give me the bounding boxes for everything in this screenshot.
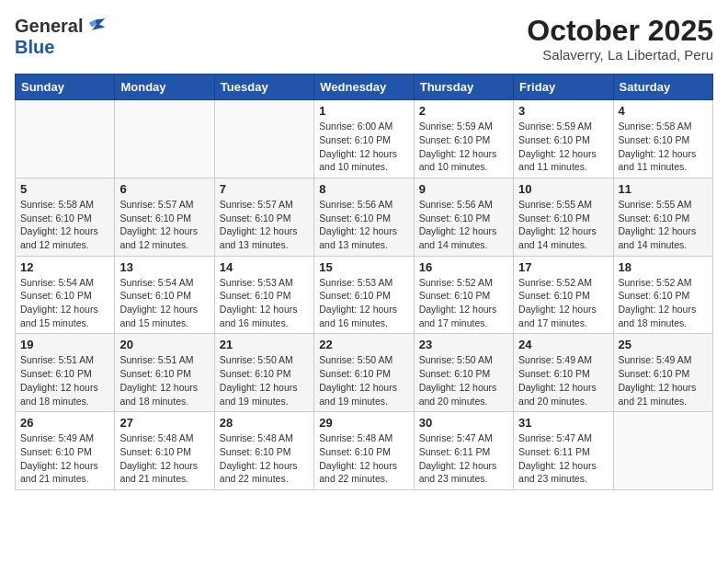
- day-number: 22: [319, 338, 408, 351]
- calendar-week-row: 12Sunrise: 5:54 AMSunset: 6:10 PMDayligh…: [16, 256, 713, 334]
- day-info: Sunrise: 5:51 AMSunset: 6:10 PMDaylight:…: [20, 353, 109, 408]
- calendar-day-cell: 21Sunrise: 5:50 AMSunset: 6:10 PMDayligh…: [214, 334, 313, 412]
- calendar-table: SundayMondayTuesdayWednesdayThursdayFrid…: [15, 74, 713, 490]
- day-number: 13: [119, 260, 209, 274]
- calendar-day-cell: 31Sunrise: 5:47 AMSunset: 6:11 PMDayligh…: [514, 412, 613, 490]
- calendar-day-cell: 14Sunrise: 5:53 AMSunset: 6:10 PMDayligh…: [214, 256, 313, 334]
- logo: General Blue: [15, 15, 107, 58]
- day-number: 12: [20, 260, 109, 274]
- calendar-day-cell: 1Sunrise: 6:00 AMSunset: 6:10 PMDaylight…: [314, 100, 414, 178]
- day-number: 6: [119, 182, 209, 196]
- day-info: Sunrise: 5:50 AMSunset: 6:10 PMDaylight:…: [220, 353, 309, 408]
- day-info: Sunrise: 5:49 AMSunset: 6:10 PMDaylight:…: [20, 431, 109, 486]
- day-number: 1: [319, 104, 408, 118]
- logo-bird-icon: [85, 15, 107, 37]
- day-info: Sunrise: 5:57 AMSunset: 6:10 PMDaylight:…: [220, 198, 309, 252]
- calendar-day-cell: 17Sunrise: 5:52 AMSunset: 6:10 PMDayligh…: [514, 256, 613, 334]
- calendar-day-cell: [16, 100, 115, 178]
- calendar-day-cell: [115, 100, 214, 178]
- day-info: Sunrise: 5:55 AMSunset: 6:10 PMDaylight:…: [619, 198, 708, 252]
- calendar-day-header: Tuesday: [214, 75, 313, 100]
- day-number: 10: [518, 182, 608, 196]
- day-info: Sunrise: 5:48 AMSunset: 6:10 PMDaylight:…: [220, 431, 309, 486]
- calendar-week-row: 1Sunrise: 6:00 AMSunset: 6:10 PMDaylight…: [16, 100, 713, 178]
- calendar-day-cell: 10Sunrise: 5:55 AMSunset: 6:10 PMDayligh…: [514, 178, 613, 256]
- day-info: Sunrise: 5:53 AMSunset: 6:10 PMDaylight:…: [220, 276, 309, 330]
- calendar-day-cell: 4Sunrise: 5:58 AMSunset: 6:10 PMDaylight…: [613, 100, 712, 178]
- day-info: Sunrise: 5:54 AMSunset: 6:10 PMDaylight:…: [20, 276, 109, 330]
- calendar-day-header: Sunday: [16, 75, 115, 100]
- calendar-day-cell: 3Sunrise: 5:59 AMSunset: 6:10 PMDaylight…: [514, 100, 613, 178]
- day-info: Sunrise: 5:54 AMSunset: 6:10 PMDaylight:…: [119, 276, 209, 330]
- day-number: 14: [220, 260, 309, 274]
- day-number: 17: [518, 260, 608, 274]
- calendar-day-cell: 12Sunrise: 5:54 AMSunset: 6:10 PMDayligh…: [16, 256, 115, 334]
- day-info: Sunrise: 5:58 AMSunset: 6:10 PMDaylight:…: [20, 198, 109, 252]
- calendar-day-cell: 15Sunrise: 5:53 AMSunset: 6:10 PMDayligh…: [314, 256, 414, 334]
- calendar-week-row: 26Sunrise: 5:49 AMSunset: 6:10 PMDayligh…: [16, 412, 713, 490]
- calendar-day-cell: 7Sunrise: 5:57 AMSunset: 6:10 PMDaylight…: [214, 178, 313, 256]
- day-info: Sunrise: 5:48 AMSunset: 6:10 PMDaylight:…: [119, 431, 209, 486]
- calendar-day-cell: 22Sunrise: 5:50 AMSunset: 6:10 PMDayligh…: [314, 334, 414, 412]
- day-info: Sunrise: 5:55 AMSunset: 6:10 PMDaylight:…: [518, 198, 608, 252]
- day-info: Sunrise: 5:56 AMSunset: 6:10 PMDaylight:…: [419, 198, 508, 252]
- day-number: 3: [518, 104, 608, 118]
- calendar-day-cell: [214, 100, 313, 178]
- calendar-week-row: 5Sunrise: 5:58 AMSunset: 6:10 PMDaylight…: [16, 178, 713, 256]
- calendar-day-cell: 24Sunrise: 5:49 AMSunset: 6:10 PMDayligh…: [514, 334, 613, 412]
- logo-blue-text: Blue: [15, 37, 54, 57]
- calendar-day-cell: 29Sunrise: 5:48 AMSunset: 6:10 PMDayligh…: [314, 412, 414, 490]
- day-number: 26: [20, 416, 109, 430]
- calendar-day-cell: 19Sunrise: 5:51 AMSunset: 6:10 PMDayligh…: [16, 334, 115, 412]
- month-title: October 2025: [527, 15, 713, 47]
- calendar-day-cell: 16Sunrise: 5:52 AMSunset: 6:10 PMDayligh…: [414, 256, 513, 334]
- day-info: Sunrise: 5:47 AMSunset: 6:11 PMDaylight:…: [419, 431, 508, 486]
- day-number: 30: [419, 416, 508, 430]
- day-info: Sunrise: 5:49 AMSunset: 6:10 PMDaylight:…: [619, 353, 708, 408]
- calendar-day-cell: 5Sunrise: 5:58 AMSunset: 6:10 PMDaylight…: [16, 178, 115, 256]
- day-info: Sunrise: 5:59 AMSunset: 6:10 PMDaylight:…: [419, 120, 508, 174]
- day-info: Sunrise: 5:48 AMSunset: 6:10 PMDaylight:…: [319, 431, 408, 486]
- calendar-day-cell: 18Sunrise: 5:52 AMSunset: 6:10 PMDayligh…: [613, 256, 712, 334]
- day-number: 7: [220, 182, 309, 196]
- day-number: 23: [419, 338, 508, 351]
- day-number: 31: [518, 416, 608, 430]
- calendar-day-header: Wednesday: [314, 75, 414, 100]
- calendar-day-cell: 13Sunrise: 5:54 AMSunset: 6:10 PMDayligh…: [115, 256, 214, 334]
- calendar-day-header: Saturday: [613, 75, 712, 100]
- day-number: 8: [319, 182, 408, 196]
- calendar-day-header: Thursday: [414, 75, 513, 100]
- calendar-day-cell: [613, 412, 712, 490]
- day-info: Sunrise: 5:56 AMSunset: 6:10 PMDaylight:…: [319, 198, 408, 252]
- day-number: 28: [220, 416, 309, 430]
- calendar-day-cell: 30Sunrise: 5:47 AMSunset: 6:11 PMDayligh…: [414, 412, 513, 490]
- day-number: 29: [319, 416, 408, 430]
- day-number: 5: [20, 182, 109, 196]
- calendar-day-cell: 23Sunrise: 5:50 AMSunset: 6:10 PMDayligh…: [414, 334, 513, 412]
- calendar-day-cell: 9Sunrise: 5:56 AMSunset: 6:10 PMDaylight…: [414, 178, 513, 256]
- day-number: 9: [419, 182, 508, 196]
- day-number: 4: [619, 104, 708, 118]
- calendar-day-cell: 20Sunrise: 5:51 AMSunset: 6:10 PMDayligh…: [115, 334, 214, 412]
- calendar-week-row: 19Sunrise: 5:51 AMSunset: 6:10 PMDayligh…: [16, 334, 713, 412]
- day-info: Sunrise: 5:53 AMSunset: 6:10 PMDaylight:…: [319, 276, 408, 330]
- page-header: General Blue October 2025 Salaverry, La …: [15, 15, 713, 63]
- day-number: 15: [319, 260, 408, 274]
- day-info: Sunrise: 5:50 AMSunset: 6:10 PMDaylight:…: [319, 353, 408, 408]
- calendar-day-cell: 2Sunrise: 5:59 AMSunset: 6:10 PMDaylight…: [414, 100, 513, 178]
- day-number: 2: [419, 104, 508, 118]
- calendar-day-cell: 11Sunrise: 5:55 AMSunset: 6:10 PMDayligh…: [613, 178, 712, 256]
- day-info: Sunrise: 5:47 AMSunset: 6:11 PMDaylight:…: [518, 431, 608, 486]
- calendar-header-row: SundayMondayTuesdayWednesdayThursdayFrid…: [16, 75, 713, 100]
- logo-general-text: General: [15, 16, 83, 37]
- day-info: Sunrise: 5:52 AMSunset: 6:10 PMDaylight:…: [518, 276, 608, 330]
- day-info: Sunrise: 5:52 AMSunset: 6:10 PMDaylight:…: [419, 276, 508, 330]
- calendar-day-cell: 26Sunrise: 5:49 AMSunset: 6:10 PMDayligh…: [16, 412, 115, 490]
- day-number: 18: [619, 260, 708, 274]
- location-subtitle: Salaverry, La Libertad, Peru: [527, 47, 713, 63]
- calendar-day-cell: 27Sunrise: 5:48 AMSunset: 6:10 PMDayligh…: [115, 412, 214, 490]
- day-info: Sunrise: 5:52 AMSunset: 6:10 PMDaylight:…: [619, 276, 708, 330]
- calendar-day-header: Monday: [115, 75, 214, 100]
- day-number: 24: [518, 338, 608, 351]
- day-number: 25: [619, 338, 708, 351]
